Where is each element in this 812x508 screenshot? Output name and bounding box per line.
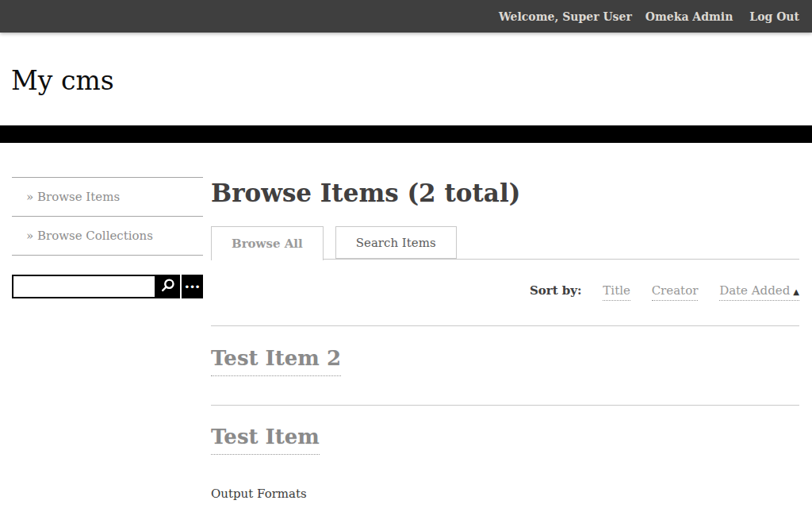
- admin-bar: Welcome, Super User Omeka Admin Log Out: [0, 0, 812, 33]
- primary-nav-bar: [0, 125, 812, 143]
- site-title-link[interactable]: My cms: [11, 65, 114, 96]
- item-row: Test Item 2: [211, 326, 799, 406]
- output-formats-label: Output Formats: [211, 487, 799, 501]
- tab-browse-all[interactable]: Browse All: [211, 226, 324, 260]
- search-bar: ...: [12, 275, 203, 298]
- omeka-admin-link[interactable]: Omeka Admin: [645, 10, 733, 23]
- sort-bar: Sort by: Title Creator Date Added▲: [211, 260, 799, 326]
- main-content: Browse Items (2 total) Browse All Search…: [211, 179, 799, 501]
- browse-collections-link[interactable]: » Browse Collections: [26, 229, 203, 243]
- sort-link-title[interactable]: Title: [603, 283, 630, 301]
- tab-search-items[interactable]: Search Items: [335, 226, 457, 259]
- logout-link[interactable]: Log Out: [749, 10, 799, 23]
- browse-items-link[interactable]: » Browse Items: [26, 190, 203, 204]
- magnifier-icon: [159, 277, 177, 297]
- advanced-search-button[interactable]: ...: [182, 275, 203, 298]
- sort-ascending-icon: ▲: [793, 287, 799, 296]
- sort-link-date-added[interactable]: Date Added▲: [719, 283, 799, 301]
- item-row: Test Item: [211, 406, 799, 455]
- sort-by-label: Sort by:: [530, 283, 582, 298]
- page-title: Browse Items (2 total): [211, 179, 799, 207]
- sidebar-nav: » Browse Items » Browse Collections: [12, 177, 203, 256]
- tab-bar: Browse All Search Items: [211, 226, 799, 260]
- item-title-link[interactable]: Test Item 2: [211, 346, 341, 376]
- search-input[interactable]: [12, 275, 156, 298]
- sidebar: » Browse Items » Browse Collections: [12, 177, 203, 256]
- sidebar-item-browse-items[interactable]: » Browse Items: [12, 177, 203, 216]
- search-button[interactable]: [156, 275, 180, 298]
- sidebar-item-browse-collections[interactable]: » Browse Collections: [12, 216, 203, 256]
- sort-link-creator[interactable]: Creator: [652, 283, 699, 301]
- page: Welcome, Super User Omeka Admin Log Out …: [0, 0, 812, 508]
- item-title-link[interactable]: Test Item: [211, 425, 320, 455]
- welcome-text: Welcome, Super User: [499, 10, 632, 23]
